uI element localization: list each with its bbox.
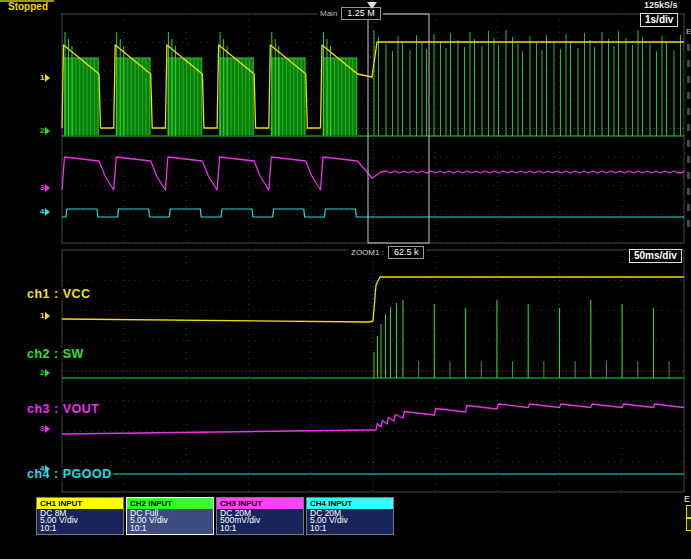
clipped-sidebar-fragment: [687, 220, 690, 227]
ch4-main-position-marker[interactable]: 4: [40, 207, 50, 216]
channel-number: 4: [40, 207, 44, 216]
channel-number: 1: [40, 311, 44, 320]
clipped-sidebar-fragment: [687, 188, 690, 195]
ch2-probe: 10:1: [130, 525, 213, 532]
channel-number: 3: [40, 183, 44, 192]
ch4-label: ch4 : PGOOD: [25, 467, 114, 481]
clipped-sidebar-fragment: [687, 44, 690, 51]
ground-arrow-icon: [45, 74, 50, 82]
ch2-label: ch2 : SW: [25, 347, 86, 361]
clipped-bottom-right-text: E: [684, 494, 690, 504]
clipped-sidebar-fragment: [687, 140, 690, 147]
clipped-softkey[interactable]: [686, 518, 691, 531]
sample-rate: 125kS/s: [644, 0, 678, 10]
channel-number: 4: [40, 464, 44, 473]
clipped-sidebar-fragment: [687, 76, 690, 83]
clipped-sidebar-fragment: [687, 204, 690, 211]
ground-arrow-icon: [45, 425, 50, 433]
zoom-label: ZOOM1 :: [351, 248, 384, 257]
ch1-main-position-marker[interactable]: 1: [40, 73, 50, 82]
clipped-softkey[interactable]: [686, 505, 691, 518]
zoom-record-box[interactable]: ZOOM1 : 62.5 k: [349, 246, 426, 259]
clipped-sidebar-fragment: [687, 124, 690, 131]
ch2-input-box[interactable]: CH2 INPUT DC Full 5.00 V/div 10:1: [126, 497, 214, 535]
ch2-zoom-position-marker[interactable]: 2: [40, 368, 50, 377]
oscilloscope-screen: Stopped 125kS/s Main 1.25 M 1s/div ZOOM1…: [0, 0, 691, 559]
ch1-probe: 10:1: [40, 525, 123, 532]
ch3-input-box[interactable]: CH3 INPUT DC 20M 500mV/div 10:1: [216, 497, 304, 535]
ground-arrow-icon: [45, 208, 50, 216]
ch3-probe: 10:1: [220, 525, 303, 532]
channel-number: 2: [40, 126, 44, 135]
channel-number: 1: [40, 73, 44, 82]
ch1-zoom-position-marker[interactable]: 1: [40, 311, 50, 320]
ch4-zoom-position-marker[interactable]: 4: [40, 464, 50, 473]
ch3-zoom-position-marker[interactable]: 3: [40, 424, 50, 433]
ch3-label: ch3 : VOUT: [25, 402, 101, 416]
channel-number: 2: [40, 368, 44, 377]
ground-arrow-icon: [45, 369, 50, 377]
ground-arrow-icon: [45, 184, 50, 192]
ch3-main-position-marker[interactable]: 3: [40, 183, 50, 192]
ground-arrow-icon: [45, 312, 50, 320]
zoom-points-value: 62.5 k: [388, 246, 425, 259]
zoom-timebase[interactable]: 50ms/div: [629, 249, 682, 263]
record-length-label: Main: [320, 9, 337, 18]
clipped-sidebar-fragment: [687, 60, 690, 67]
clipped-sidebar-fragment: [687, 92, 690, 99]
channel-info-row: CH1 INPUT DC 8M 5.00 V/div 10:1 CH2 INPU…: [36, 497, 394, 535]
clipped-right-text: E: [686, 27, 691, 36]
acquisition-status: Stopped: [8, 1, 48, 12]
ch4-probe: 10:1: [310, 525, 393, 532]
ground-arrow-icon: [45, 127, 50, 135]
ch1-input-box[interactable]: CH1 INPUT DC 8M 5.00 V/div 10:1: [36, 497, 124, 535]
clipped-sidebar-fragment: [687, 172, 690, 179]
main-timebase[interactable]: 1s/div: [640, 13, 678, 27]
ch4-input-box[interactable]: CH4 INPUT DC 20M 5.00 V/div 10:1: [306, 497, 394, 535]
channel-number: 3: [40, 424, 44, 433]
ch2-main-position-marker[interactable]: 2: [40, 126, 50, 135]
trigger-position-marker[interactable]: [367, 2, 377, 9]
clipped-sidebar-fragment: [687, 108, 690, 115]
clipped-sidebar-fragment: [687, 156, 690, 163]
ch1-label: ch1 : VCC: [25, 287, 93, 301]
ground-arrow-icon: [45, 465, 50, 473]
